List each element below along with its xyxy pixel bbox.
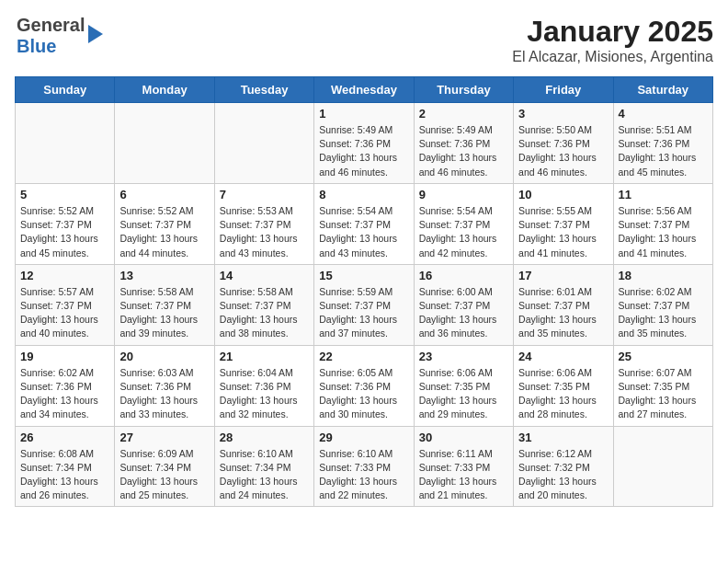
day-number: 29	[319, 431, 408, 444]
day-info: Sunrise: 5:57 AM Sunset: 7:37 PM Dayligh…	[20, 285, 109, 341]
day-info: Sunrise: 6:07 AM Sunset: 7:35 PM Dayligh…	[619, 366, 708, 422]
day-number: 11	[619, 188, 708, 201]
calendar-week-row: 12Sunrise: 5:57 AM Sunset: 7:37 PM Dayli…	[16, 264, 713, 345]
calendar-day-cell: 2Sunrise: 5:49 AM Sunset: 7:36 PM Daylig…	[414, 103, 513, 184]
day-info: Sunrise: 6:06 AM Sunset: 7:35 PM Dayligh…	[518, 366, 608, 422]
calendar-day-cell: 9Sunrise: 5:54 AM Sunset: 7:37 PM Daylig…	[414, 183, 513, 264]
calendar-day-cell: 10Sunrise: 5:55 AM Sunset: 7:37 PM Dayli…	[514, 183, 613, 264]
day-info: Sunrise: 6:10 AM Sunset: 7:34 PM Dayligh…	[220, 447, 309, 503]
calendar-day-cell: 22Sunrise: 6:05 AM Sunset: 7:36 PM Dayli…	[314, 345, 414, 426]
day-info: Sunrise: 6:08 AM Sunset: 7:34 PM Dayligh…	[20, 447, 109, 503]
logo-blue: Blue	[17, 36, 85, 57]
title-block: January 2025 El Alcazar, Misiones, Argen…	[512, 15, 713, 65]
day-number: 13	[119, 269, 209, 282]
calendar-day-cell: 24Sunrise: 6:06 AM Sunset: 7:35 PM Dayli…	[514, 345, 613, 426]
calendar-day-cell: 20Sunrise: 6:03 AM Sunset: 7:36 PM Dayli…	[115, 345, 214, 426]
calendar-week-row: 1Sunrise: 5:49 AM Sunset: 7:36 PM Daylig…	[16, 103, 713, 184]
day-number: 8	[319, 188, 408, 201]
calendar-day-cell: 3Sunrise: 5:50 AM Sunset: 7:36 PM Daylig…	[514, 103, 613, 184]
calendar-day-cell: 17Sunrise: 6:01 AM Sunset: 7:37 PM Dayli…	[514, 264, 613, 345]
calendar-day-cell: 12Sunrise: 5:57 AM Sunset: 7:37 PM Dayli…	[16, 264, 115, 345]
logo-general: General	[17, 15, 85, 36]
calendar-day-cell: 25Sunrise: 6:07 AM Sunset: 7:35 PM Dayli…	[613, 345, 712, 426]
day-number: 30	[419, 431, 508, 444]
day-info: Sunrise: 6:03 AM Sunset: 7:36 PM Dayligh…	[119, 366, 209, 422]
calendar-day-cell: 6Sunrise: 5:52 AM Sunset: 7:37 PM Daylig…	[115, 183, 214, 264]
day-info: Sunrise: 6:02 AM Sunset: 7:37 PM Dayligh…	[619, 285, 708, 341]
day-info: Sunrise: 5:54 AM Sunset: 7:37 PM Dayligh…	[319, 204, 408, 260]
day-number: 9	[419, 188, 508, 201]
calendar-day-cell: 11Sunrise: 5:56 AM Sunset: 7:37 PM Dayli…	[613, 183, 712, 264]
calendar-day-cell	[214, 103, 313, 184]
calendar-day-cell: 5Sunrise: 5:52 AM Sunset: 7:37 PM Daylig…	[16, 183, 115, 264]
day-number: 26	[20, 431, 109, 444]
day-number: 20	[119, 350, 209, 363]
calendar-day-cell: 28Sunrise: 6:10 AM Sunset: 7:34 PM Dayli…	[214, 426, 313, 507]
page-title: January 2025	[512, 15, 713, 49]
day-number: 15	[319, 269, 408, 282]
day-number: 31	[518, 431, 608, 444]
calendar-day-cell: 23Sunrise: 6:06 AM Sunset: 7:35 PM Dayli…	[414, 345, 513, 426]
day-info: Sunrise: 5:52 AM Sunset: 7:37 PM Dayligh…	[119, 204, 209, 260]
calendar-day-cell: 19Sunrise: 6:02 AM Sunset: 7:36 PM Dayli…	[16, 345, 115, 426]
day-number: 10	[518, 188, 608, 201]
day-number: 24	[518, 350, 608, 363]
day-of-week-header: Friday	[514, 77, 613, 103]
day-number: 28	[220, 431, 309, 444]
day-of-week-header: Wednesday	[314, 77, 414, 103]
calendar-day-cell: 30Sunrise: 6:11 AM Sunset: 7:33 PM Dayli…	[414, 426, 513, 507]
day-info: Sunrise: 5:51 AM Sunset: 7:36 PM Dayligh…	[619, 123, 708, 179]
day-info: Sunrise: 6:02 AM Sunset: 7:36 PM Dayligh…	[20, 366, 109, 422]
day-of-week-header: Tuesday	[214, 77, 313, 103]
day-number: 17	[518, 269, 608, 282]
day-number: 14	[220, 269, 309, 282]
day-number: 18	[619, 269, 708, 282]
day-number: 2	[419, 107, 508, 121]
calendar-header-row: SundayMondayTuesdayWednesdayThursdayFrid…	[16, 77, 713, 103]
calendar-day-cell: 4Sunrise: 5:51 AM Sunset: 7:36 PM Daylig…	[613, 103, 712, 184]
day-number: 27	[119, 431, 209, 444]
day-number: 25	[619, 350, 708, 363]
day-info: Sunrise: 5:59 AM Sunset: 7:37 PM Dayligh…	[319, 285, 408, 341]
day-info: Sunrise: 5:58 AM Sunset: 7:37 PM Dayligh…	[220, 285, 309, 341]
page-header: General Blue January 2025 El Alcazar, Mi…	[15, 15, 713, 65]
logo-text: General Blue	[17, 15, 85, 57]
day-number: 6	[119, 188, 209, 201]
calendar-day-cell: 18Sunrise: 6:02 AM Sunset: 7:37 PM Dayli…	[613, 264, 712, 345]
page-subtitle: El Alcazar, Misiones, Argentina	[512, 49, 713, 65]
day-info: Sunrise: 5:56 AM Sunset: 7:37 PM Dayligh…	[619, 204, 708, 260]
calendar-day-cell: 15Sunrise: 5:59 AM Sunset: 7:37 PM Dayli…	[314, 264, 414, 345]
day-info: Sunrise: 5:49 AM Sunset: 7:36 PM Dayligh…	[319, 123, 408, 179]
day-info: Sunrise: 6:05 AM Sunset: 7:36 PM Dayligh…	[319, 366, 408, 422]
calendar-day-cell: 27Sunrise: 6:09 AM Sunset: 7:34 PM Dayli…	[115, 426, 214, 507]
day-number: 5	[20, 188, 109, 201]
day-info: Sunrise: 6:11 AM Sunset: 7:33 PM Dayligh…	[419, 447, 508, 503]
logo: General Blue	[15, 15, 103, 57]
calendar-day-cell	[16, 103, 115, 184]
calendar-table: SundayMondayTuesdayWednesdayThursdayFrid…	[15, 76, 713, 507]
day-info: Sunrise: 6:04 AM Sunset: 7:36 PM Dayligh…	[220, 366, 309, 422]
calendar-day-cell: 8Sunrise: 5:54 AM Sunset: 7:37 PM Daylig…	[314, 183, 414, 264]
day-number: 16	[419, 269, 508, 282]
day-info: Sunrise: 5:49 AM Sunset: 7:36 PM Dayligh…	[419, 123, 508, 179]
day-number: 22	[319, 350, 408, 363]
calendar-day-cell: 21Sunrise: 6:04 AM Sunset: 7:36 PM Dayli…	[214, 345, 313, 426]
calendar-week-row: 26Sunrise: 6:08 AM Sunset: 7:34 PM Dayli…	[16, 426, 713, 507]
day-number: 21	[220, 350, 309, 363]
day-info: Sunrise: 6:09 AM Sunset: 7:34 PM Dayligh…	[119, 447, 209, 503]
day-info: Sunrise: 5:54 AM Sunset: 7:37 PM Dayligh…	[419, 204, 508, 260]
calendar-week-row: 5Sunrise: 5:52 AM Sunset: 7:37 PM Daylig…	[16, 183, 713, 264]
day-number: 7	[220, 188, 309, 201]
day-info: Sunrise: 6:06 AM Sunset: 7:35 PM Dayligh…	[419, 366, 508, 422]
calendar-day-cell: 26Sunrise: 6:08 AM Sunset: 7:34 PM Dayli…	[16, 426, 115, 507]
calendar-day-cell	[115, 103, 214, 184]
calendar-week-row: 19Sunrise: 6:02 AM Sunset: 7:36 PM Dayli…	[16, 345, 713, 426]
day-info: Sunrise: 6:10 AM Sunset: 7:33 PM Dayligh…	[319, 447, 408, 503]
day-number: 19	[20, 350, 109, 363]
calendar-day-cell	[613, 426, 712, 507]
day-of-week-header: Thursday	[414, 77, 513, 103]
day-info: Sunrise: 5:53 AM Sunset: 7:37 PM Dayligh…	[220, 204, 309, 260]
calendar-day-cell: 31Sunrise: 6:12 AM Sunset: 7:32 PM Dayli…	[514, 426, 613, 507]
day-info: Sunrise: 5:50 AM Sunset: 7:36 PM Dayligh…	[518, 123, 608, 179]
calendar-day-cell: 7Sunrise: 5:53 AM Sunset: 7:37 PM Daylig…	[214, 183, 313, 264]
